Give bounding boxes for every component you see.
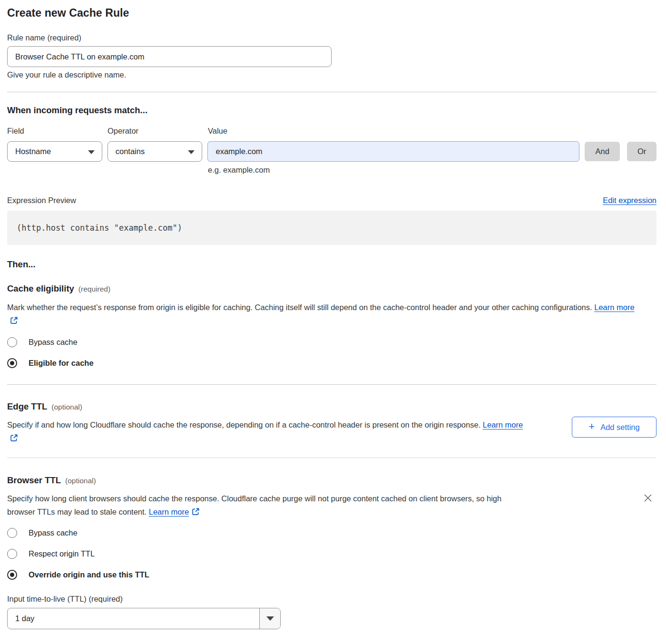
or-button[interactable]: Or <box>627 142 656 161</box>
radio-selected-icon <box>7 570 17 580</box>
radio-override-origin-ttl[interactable]: Override origin and use this TTL <box>7 570 656 580</box>
operator-select-value: contains <box>116 147 145 156</box>
cache-eligibility-description-text: Mark whether the request’s response from… <box>7 303 592 312</box>
edge-ttl-learn-more-link[interactable]: Learn more <box>483 420 523 429</box>
edge-ttl-description-text: Specify if and how long Cloudflare shoul… <box>7 420 480 429</box>
match-condition-row: Hostname contains And Or <box>7 141 656 162</box>
chevron-down-icon <box>266 616 274 621</box>
expression-preview-label: Expression Preview <box>7 196 76 205</box>
then-heading: Then... <box>7 259 656 270</box>
browser-ttl-radio-group: Bypass cache Respect origin TTL Override… <box>7 528 656 580</box>
radio-label: Bypass cache <box>29 338 78 347</box>
browser-ttl-description: Specify how long client browsers should … <box>7 492 528 519</box>
edge-ttl-section: Edge TTL (optional) Specify if and how l… <box>7 401 656 446</box>
match-section-heading: When incoming requests match... <box>7 105 656 116</box>
field-select[interactable]: Hostname <box>7 141 102 162</box>
cache-eligibility-heading: Cache eligibility <box>7 283 74 294</box>
value-column-label: Value <box>208 127 227 136</box>
value-input[interactable] <box>207 141 579 162</box>
rule-name-help: Give your rule a descriptive name. <box>7 70 656 79</box>
expression-preview-code: (http.host contains "example.com") <box>7 211 656 245</box>
radio-bypass-cache[interactable]: Bypass cache <box>7 528 656 538</box>
cache-eligibility-description: Mark whether the request’s response from… <box>7 301 641 328</box>
expression-preview-header: Expression Preview Edit expression <box>7 196 656 205</box>
match-column-labels: Field Operator Value <box>7 127 656 136</box>
browser-ttl-section: Browser TTL (optional) Specify how long … <box>7 475 656 629</box>
radio-icon <box>7 337 17 347</box>
chevron-down-icon <box>88 150 95 154</box>
add-setting-label: Add setting <box>600 423 640 432</box>
browser-ttl-heading: Browser TTL <box>7 475 61 486</box>
section-divider <box>7 384 656 385</box>
learn-more-label: Learn more <box>594 303 634 312</box>
external-link-icon <box>192 506 200 519</box>
operator-column-label: Operator <box>108 127 208 136</box>
radio-label: Override origin and use this TTL <box>29 570 149 579</box>
close-icon[interactable] <box>641 491 655 505</box>
radio-icon <box>7 528 17 538</box>
ttl-select-value: 1 day <box>8 608 259 629</box>
field-select-value: Hostname <box>15 147 51 156</box>
ttl-select[interactable]: 1 day <box>7 608 281 629</box>
radio-icon <box>7 549 17 559</box>
plus-icon: + <box>588 421 595 432</box>
edge-ttl-description: Specify if and how long Cloudflare shoul… <box>7 418 533 446</box>
edge-ttl-heading-row: Edge TTL (optional) <box>7 401 656 412</box>
rule-name-label: Rule name (required) <box>7 33 656 42</box>
cache-eligibility-radio-group: Bypass cache Eligible for cache <box>7 337 656 368</box>
ttl-select-dropdown-button[interactable] <box>259 608 280 629</box>
cache-eligibility-section: Cache eligibility (required) Mark whethe… <box>7 283 656 368</box>
radio-label: Bypass cache <box>29 528 78 537</box>
external-link-icon <box>10 432 18 446</box>
cache-eligibility-learn-more-link[interactable]: Learn more <box>594 303 634 312</box>
create-cache-rule-form: Create new Cache Rule Rule name (require… <box>0 0 666 637</box>
browser-ttl-qualifier: (optional) <box>65 477 96 485</box>
radio-selected-icon <box>7 358 17 368</box>
field-column-label: Field <box>7 127 108 136</box>
edge-ttl-qualifier: (optional) <box>51 403 82 411</box>
radio-bypass-cache[interactable]: Bypass cache <box>7 337 656 347</box>
section-divider <box>7 92 656 92</box>
and-button[interactable]: And <box>585 142 620 161</box>
section-divider <box>7 458 656 458</box>
radio-eligible-for-cache[interactable]: Eligible for cache <box>7 358 656 368</box>
radio-respect-origin-ttl[interactable]: Respect origin TTL <box>7 549 656 559</box>
page-title: Create new Cache Rule <box>7 7 656 20</box>
cache-eligibility-heading-row: Cache eligibility (required) <box>7 283 656 294</box>
value-input-help: e.g. example.com <box>208 166 656 175</box>
browser-ttl-heading-row: Browser TTL (optional) <box>7 475 656 486</box>
cache-eligibility-qualifier: (required) <box>78 285 110 293</box>
operator-select[interactable]: contains <box>108 141 203 162</box>
add-setting-button[interactable]: + Add setting <box>572 417 656 438</box>
edge-ttl-heading: Edge TTL <box>7 401 47 412</box>
browser-ttl-description-text: Specify how long client browsers should … <box>7 494 501 516</box>
rule-name-input[interactable] <box>7 46 332 67</box>
ttl-input-label: Input time-to-live (TTL) (required) <box>7 595 656 604</box>
browser-ttl-learn-more-link[interactable]: Learn more <box>149 507 189 516</box>
learn-more-label: Learn more <box>149 507 189 516</box>
chevron-down-icon <box>188 150 195 154</box>
learn-more-label: Learn more <box>483 420 523 429</box>
radio-label: Respect origin TTL <box>29 549 95 558</box>
radio-label: Eligible for cache <box>29 359 94 368</box>
edit-expression-link[interactable]: Edit expression <box>603 196 656 205</box>
external-link-icon <box>10 315 18 328</box>
